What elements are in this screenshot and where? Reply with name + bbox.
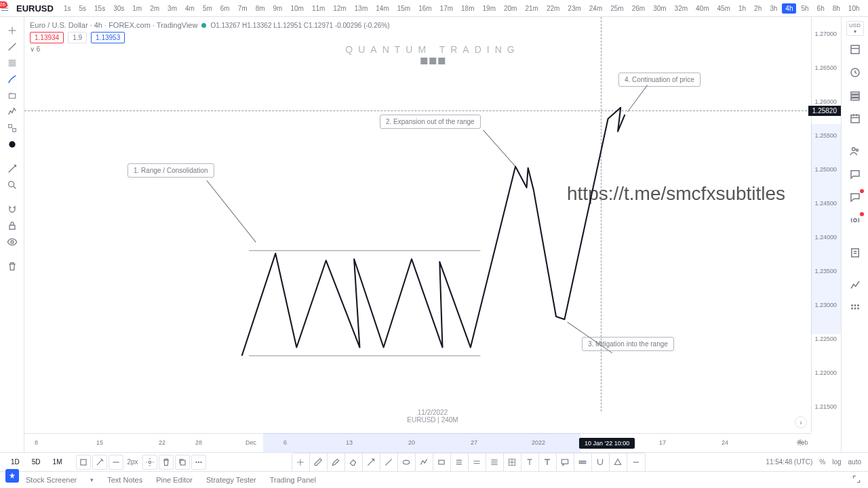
settings-icon[interactable] — [142, 455, 157, 470]
footer-notes[interactable]: Text Notes — [107, 476, 142, 484]
percent-toggle[interactable]: % — [819, 458, 825, 466]
annotation-3[interactable]: 3. Mitigation into the range — [582, 337, 674, 351]
range-1d[interactable]: 1D — [7, 457, 24, 467]
footer-pine[interactable]: Pine Editor — [156, 476, 193, 484]
fib-tool[interactable] — [0, 55, 24, 71]
chat-icon[interactable] — [842, 188, 868, 207]
interval-4h[interactable]: 4h — [782, 3, 796, 14]
expand-icon[interactable] — [852, 474, 861, 485]
dt-bigtext-icon[interactable] — [539, 453, 557, 471]
trash-icon[interactable] — [159, 455, 174, 470]
dt-parallel-icon[interactable] — [451, 453, 469, 471]
price-axis[interactable]: 1.270001.265001.260001.255001.250001.245… — [811, 17, 841, 433]
more-icon[interactable] — [191, 455, 206, 470]
dt-cross-icon[interactable] — [292, 453, 310, 471]
interval-3m[interactable]: 3m — [164, 3, 180, 14]
interval-30s[interactable]: 30s — [110, 3, 127, 14]
collapse-indicators[interactable]: ∨ 6 — [30, 45, 40, 53]
range-5d[interactable]: 5D — [28, 457, 45, 467]
interval-26m[interactable]: 26m — [629, 3, 648, 14]
interval-15s[interactable]: 15s — [91, 3, 108, 14]
time-axis[interactable]: 8152228Dec613202720221724Feb 10 Jan '22 … — [24, 433, 811, 452]
assistant-chip[interactable] — [5, 469, 19, 483]
dt-text-icon[interactable] — [521, 453, 539, 471]
forecast-tool[interactable] — [0, 120, 24, 136]
clone-icon[interactable] — [175, 455, 190, 470]
interval-9m[interactable]: 9m — [270, 3, 286, 14]
scroll-right-button[interactable]: › — [795, 416, 807, 428]
interval-13m[interactable]: 13m — [351, 3, 371, 14]
interval-23m[interactable]: 23m — [564, 3, 584, 14]
interval-18m[interactable]: 18m — [458, 3, 477, 14]
stream-icon[interactable] — [842, 211, 868, 230]
interval-14m[interactable]: 14m — [372, 3, 392, 14]
hide-tool[interactable] — [0, 234, 24, 250]
interval-8m[interactable]: 8m — [252, 3, 269, 14]
interval-10h[interactable]: 10h — [845, 3, 863, 14]
more-panel-icon[interactable] — [842, 299, 868, 318]
dt-magnet-icon[interactable] — [592, 453, 610, 471]
dt-callout-icon[interactable] — [557, 453, 574, 471]
interval-10m[interactable]: 10m — [287, 3, 307, 14]
footer-tester[interactable]: Strategy Tester — [206, 476, 256, 484]
axis-settings-icon[interactable] — [796, 439, 804, 448]
interval-16m[interactable]: 16m — [415, 3, 435, 14]
log-toggle[interactable]: log — [832, 458, 841, 466]
dt-fib-icon[interactable] — [486, 453, 504, 471]
notes-icon[interactable] — [842, 243, 868, 262]
line-width[interactable]: 2px — [125, 458, 141, 466]
delete-tool[interactable] — [0, 258, 24, 274]
interval-17m[interactable]: 17m — [437, 3, 456, 14]
community-icon[interactable] — [842, 142, 868, 161]
style-template-icon[interactable] — [76, 455, 91, 470]
zoom-tool[interactable] — [0, 177, 24, 193]
dt-shape-icon[interactable] — [610, 453, 627, 471]
dt-eraser-icon[interactable] — [345, 453, 363, 471]
dom-icon[interactable] — [842, 276, 868, 295]
watchlist-icon[interactable] — [842, 40, 868, 59]
interval-40m[interactable]: 40m — [692, 3, 712, 14]
menu-button[interactable]: 26 — [0, 0, 9, 17]
calendar-icon[interactable] — [842, 109, 868, 128]
annotation-2[interactable]: 2. Expansion out of the range — [380, 115, 481, 129]
interval-6m[interactable]: 6m — [217, 3, 233, 14]
dt-rect-icon[interactable] — [433, 453, 451, 471]
interval-1m[interactable]: 1m — [129, 3, 145, 14]
interval-22m[interactable]: 22m — [543, 3, 563, 14]
line-style-icon[interactable] — [108, 455, 123, 470]
interval-2h[interactable]: 2h — [751, 3, 765, 14]
text-tool[interactable] — [0, 87, 24, 104]
footer-screener[interactable]: Stock Screener — [26, 476, 77, 484]
interval-8h[interactable]: 8h — [829, 3, 844, 14]
dt-highlighter-icon[interactable] — [328, 453, 345, 471]
interval-5h[interactable]: 5h — [797, 3, 812, 14]
auto-toggle[interactable]: auto — [848, 458, 861, 466]
interval-20m[interactable]: 20m — [500, 3, 520, 14]
chart-canvas[interactable]: Euro / U.S. Dollar · 4h · FOREX.com · Tr… — [24, 17, 841, 452]
interval-11m[interactable]: 11m — [309, 3, 328, 14]
interval-24m[interactable]: 24m — [586, 3, 606, 14]
interval-19m[interactable]: 19m — [479, 3, 499, 14]
pattern-tool[interactable] — [0, 104, 24, 120]
interval-7m[interactable]: 7m — [235, 3, 251, 14]
interval-45m[interactable]: 45m — [714, 3, 734, 14]
alerts-icon[interactable] — [842, 63, 868, 82]
range-1m[interactable]: 1M — [49, 457, 66, 467]
dt-arrow-icon[interactable] — [363, 453, 380, 471]
interval-6h[interactable]: 6h — [814, 3, 828, 14]
color-picker-icon[interactable] — [92, 455, 107, 470]
dt-minus-icon[interactable] — [627, 453, 645, 471]
dt-table-icon[interactable] — [504, 453, 521, 471]
interval-2m[interactable]: 2m — [146, 3, 163, 14]
interval-12h[interactable]: 12h — [865, 3, 868, 14]
interval-15m[interactable]: 15m — [394, 3, 414, 14]
interval-21m[interactable]: 21m — [521, 3, 541, 14]
measure-tool[interactable] — [0, 161, 24, 177]
currency-chip[interactable]: USD ▾ — [846, 21, 864, 36]
footer-panel[interactable]: Trading Panel — [270, 476, 316, 484]
interval-5s[interactable]: 5s — [75, 3, 90, 14]
interval-1h[interactable]: 1h — [735, 3, 749, 14]
dt-path-icon[interactable] — [416, 453, 433, 471]
annotation-1[interactable]: 1. Range / Consolidation — [127, 163, 214, 178]
dt-line-icon[interactable] — [380, 453, 398, 471]
